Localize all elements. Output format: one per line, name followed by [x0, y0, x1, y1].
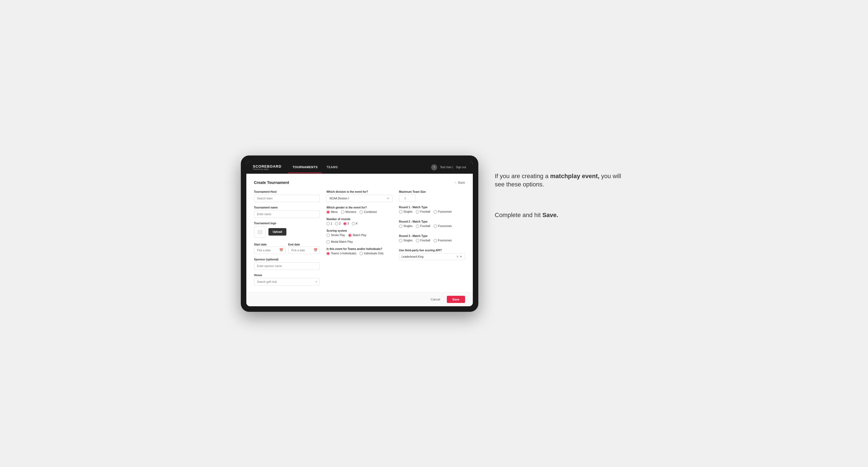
round-1-label: 1 [331, 222, 332, 225]
teams-individuals-label: Is this event for Teams and/or Individua… [327, 247, 393, 250]
nav-tab-teams[interactable]: TEAMS [322, 161, 342, 173]
scoring-medal[interactable]: Medal Match Play [327, 240, 353, 244]
nav-user: T Test User | Sign out [431, 164, 466, 170]
svg-point-1 [259, 231, 259, 231]
max-team-size-group: Maximum Team Size [399, 190, 465, 202]
rounds-group: Number of rounds 1 2 [327, 218, 393, 225]
teams-individuals-group: Is this event for Teams and/or Individua… [327, 247, 393, 255]
tournament-host-label: Tournament Host [254, 190, 320, 193]
round-4-label: 4 [356, 222, 358, 225]
scoring-radio-group: Stroke Play Match Play Medal Match Play [327, 234, 393, 244]
tournament-host-input[interactable] [254, 195, 320, 202]
upload-button[interactable]: Upload [269, 228, 287, 236]
venue-label: Venue [254, 274, 320, 277]
round1-foursomes-label: Foursomes [438, 210, 452, 213]
third-party-api-label: Use third-party live scoring API? [399, 249, 465, 252]
save-button[interactable]: Save [447, 296, 465, 303]
round-4[interactable]: 4 [352, 222, 358, 225]
start-date-group: Start date 📅 [254, 242, 285, 254]
gender-group: Which gender is the event for? Mens Wome… [327, 206, 393, 214]
division-select[interactable]: NCAA Division I NCAA Division II NCAA Di… [327, 195, 393, 202]
annotation-bottom-before: Complete and hit [495, 212, 542, 218]
scoring-group: Scoring system Stroke Play Match Play [327, 229, 393, 244]
avatar: T [431, 164, 437, 170]
round2-foursomes[interactable]: Foursomes [434, 224, 452, 228]
scoring-stroke-label: Stroke Play [331, 234, 345, 237]
signout-link[interactable]: Sign out [456, 166, 466, 169]
venue-wrap: ▼ [254, 278, 320, 286]
round3-fourball-label: Fourball [420, 239, 430, 242]
round1-fourball[interactable]: Fourball [416, 210, 430, 214]
page-content: Create Tournament ← Back Tournament Host [246, 174, 473, 306]
left-column: Tournament Host Tournament name Tourname… [254, 190, 320, 286]
calendar-icon-2: 📅 [313, 248, 318, 252]
form-header: Create Tournament ← Back [254, 180, 465, 185]
round1-fourball-label: Fourball [420, 210, 430, 213]
outer-wrapper: SCOREBOARD Powered by clippit TOURNAMENT… [241, 155, 627, 312]
gender-combined-label: Combined [364, 211, 377, 214]
back-button[interactable]: ← Back [454, 181, 465, 184]
round2-match-type: Round 2 - Match Type Singles Fourball [399, 220, 465, 228]
scoring-label: Scoring system [327, 229, 393, 232]
round-3[interactable]: 3 [343, 222, 349, 225]
round3-foursomes-label: Foursomes [438, 239, 452, 242]
tournament-name-group: Tournament name [254, 206, 320, 218]
annotation-top: If you are creating a matchplay event, y… [495, 172, 627, 189]
rounds-radio-group: 1 2 3 [327, 222, 393, 225]
form-card: Create Tournament ← Back Tournament Host [246, 174, 473, 292]
form-title: Create Tournament [254, 180, 289, 185]
round2-singles[interactable]: Singles [399, 224, 412, 228]
form-footer: Cancel Save [246, 292, 473, 306]
tournament-logo-group: Tournament logo Upload [254, 222, 320, 238]
round3-label: Round 3 - Match Type [399, 235, 465, 238]
tournament-name-label: Tournament name [254, 206, 320, 209]
round1-singles[interactable]: Singles [399, 210, 412, 214]
teams-option-label: Teams (+Individuals) [331, 252, 356, 255]
gender-womens[interactable]: Womens [341, 211, 356, 214]
cancel-button[interactable]: Cancel [427, 296, 444, 303]
nav-tabs: TOURNAMENTS TEAMS [288, 161, 425, 173]
round3-singles[interactable]: Singles [399, 239, 412, 242]
round3-fourball[interactable]: Fourball [416, 239, 430, 242]
round2-fourball-label: Fourball [420, 224, 430, 227]
max-team-size-input[interactable] [399, 195, 415, 202]
teams-option[interactable]: Teams (+Individuals) [327, 252, 356, 255]
logo-main: SCOREBOARD [253, 165, 282, 168]
round1-label: Round 1 - Match Type [399, 206, 465, 209]
round3-foursomes[interactable]: Foursomes [434, 239, 452, 242]
round2-fourball[interactable]: Fourball [416, 224, 430, 228]
round-2-label: 2 [339, 222, 341, 225]
venue-input[interactable] [254, 278, 320, 286]
sponsor-input[interactable] [254, 262, 320, 270]
individuals-option[interactable]: Individuals Only [360, 252, 383, 255]
gender-mens[interactable]: Mens [327, 211, 338, 214]
round2-label: Round 2 - Match Type [399, 220, 465, 223]
calendar-icon: 📅 [279, 248, 283, 252]
round1-singles-label: Singles [403, 210, 412, 213]
round1-foursomes[interactable]: Foursomes [434, 210, 452, 214]
gender-mens-label: Mens [331, 211, 338, 214]
dropdown-icon: ▼ [315, 280, 318, 283]
scoring-match[interactable]: Match Play [348, 234, 366, 237]
round-1[interactable]: 1 [327, 222, 332, 225]
tournament-name-input[interactable] [254, 211, 320, 218]
venue-group: Venue ▼ [254, 274, 320, 286]
round2-foursomes-label: Foursomes [438, 224, 452, 227]
tablet-screen: SCOREBOARD Powered by clippit TOURNAMENT… [246, 161, 473, 306]
annotation-bottom-bold: Save. [542, 212, 558, 218]
date-row: Start date 📅 End date [254, 242, 320, 254]
user-label: Test User | [440, 166, 453, 169]
round-2[interactable]: 2 [335, 222, 341, 225]
nav-logo: SCOREBOARD Powered by clippit [253, 165, 282, 170]
scoring-stroke[interactable]: Stroke Play [327, 234, 345, 237]
round2-options: Singles Fourball Foursomes [399, 224, 465, 228]
tournament-host-group: Tournament Host [254, 190, 320, 202]
api-tag-close[interactable]: ✕ ▼ [456, 255, 463, 258]
gender-combined[interactable]: Combined [360, 211, 377, 214]
nav-tab-tournaments[interactable]: TOURNAMENTS [288, 161, 322, 173]
round1-options: Singles Fourball Foursomes [399, 210, 465, 214]
max-team-size-label: Maximum Team Size [399, 190, 465, 193]
gender-womens-label: Womens [345, 211, 356, 214]
logo-upload-area: Upload [254, 226, 320, 238]
sponsor-label: Sponsor (optional) [254, 258, 320, 261]
